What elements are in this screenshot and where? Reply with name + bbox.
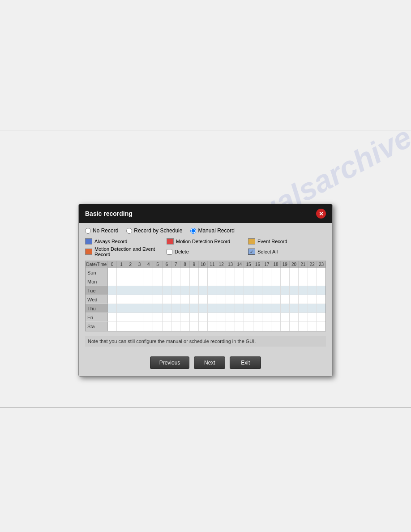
grid-row-sta[interactable]: Sta [86, 322, 325, 331]
always-record-legend: Always Record [85, 238, 163, 245]
button-row: Previous Next Exit [85, 353, 326, 372]
mon-cells [108, 277, 325, 286]
grid-header: Date\Time 0 1 2 3 4 5 6 7 8 9 10 11 [86, 261, 325, 268]
grid-row-sun[interactable]: Sun [86, 268, 325, 277]
event-record-legend: Event Record [248, 238, 326, 245]
thu-cells [108, 304, 325, 313]
fri-label: Fri [86, 313, 108, 322]
motion-event-legend: Motion Detection and Event Record [85, 246, 163, 257]
no-record-label: No Record [93, 227, 118, 234]
dialog-title: Basic recording [85, 210, 133, 217]
wed-label: Wed [86, 295, 108, 304]
close-button[interactable]: ✕ [316, 209, 326, 219]
exit-button[interactable]: Exit [230, 356, 261, 369]
top-divider [0, 130, 411, 130]
sta-cells [108, 322, 325, 331]
manual-record-option[interactable]: Manual Record [190, 227, 234, 234]
schedule-record-label: Record by Schedule [134, 227, 182, 234]
wed-cells [108, 295, 325, 304]
grid-row-mon[interactable]: Mon [86, 277, 325, 286]
grid-row-fri[interactable]: Fri [86, 313, 325, 322]
schedule-record-radio[interactable] [126, 228, 132, 234]
no-record-radio[interactable] [85, 228, 91, 234]
event-record-color [248, 238, 255, 245]
previous-button[interactable]: Previous [150, 356, 190, 369]
close-icon: ✕ [319, 210, 324, 217]
bottom-divider [0, 408, 411, 408]
always-record-label: Always Record [94, 239, 127, 244]
tue-cells [108, 286, 325, 295]
sun-label: Sun [86, 268, 108, 277]
motion-event-label: Motion Detection and Event Record [94, 246, 163, 257]
no-record-option[interactable]: No Record [85, 227, 118, 234]
select-all-label: Select All [257, 249, 278, 254]
schedule-record-option[interactable]: Record by Schedule [126, 227, 182, 234]
page-background: manualsarchive.com Basic recording ✕ No … [0, 0, 411, 532]
note-text: Note that you can still configure the ma… [85, 336, 326, 347]
sun-cells [108, 268, 325, 277]
grid-row-wed[interactable]: Wed [86, 295, 325, 304]
fri-cells [108, 313, 325, 322]
dialog-body: No Record Record by Schedule Manual Reco… [79, 223, 332, 376]
dialog-titlebar: Basic recording ✕ [79, 204, 332, 223]
motion-detection-color [167, 238, 174, 245]
legend-area: Always Record Motion Detection Record Ev… [85, 238, 326, 257]
radio-group: No Record Record by Schedule Manual Reco… [85, 227, 326, 234]
hour-headers: 0 1 2 3 4 5 6 7 8 9 10 11 12 13 [108, 261, 325, 268]
thu-label: Thu [86, 304, 108, 313]
select-all-icon: ✓ [248, 249, 255, 255]
event-record-label: Event Record [257, 239, 287, 244]
basic-recording-dialog: Basic recording ✕ No Record Record by Sc… [78, 204, 333, 377]
delete-label: Delete [175, 249, 189, 254]
always-record-color [85, 238, 92, 245]
mon-label: Mon [86, 277, 108, 286]
delete-legend[interactable]: Delete [167, 246, 244, 257]
motion-detection-legend: Motion Detection Record [167, 238, 244, 245]
delete-checkbox[interactable] [167, 249, 172, 255]
manual-record-label: Manual Record [198, 227, 234, 234]
select-all-legend[interactable]: ✓ Select All [248, 246, 326, 257]
manual-record-radio[interactable] [190, 228, 196, 234]
motion-event-color [85, 249, 92, 255]
grid-row-tue[interactable]: Tue [86, 286, 325, 295]
sta-label: Sta [86, 322, 108, 331]
datetime-header: Date\Time [86, 261, 108, 268]
next-button[interactable]: Next [194, 356, 225, 369]
grid-row-thu[interactable]: Thu [86, 304, 325, 313]
schedule-grid: Date\Time 0 1 2 3 4 5 6 7 8 9 10 11 [85, 261, 326, 331]
motion-detection-label: Motion Detection Record [176, 239, 230, 244]
tue-label: Tue [86, 286, 108, 295]
